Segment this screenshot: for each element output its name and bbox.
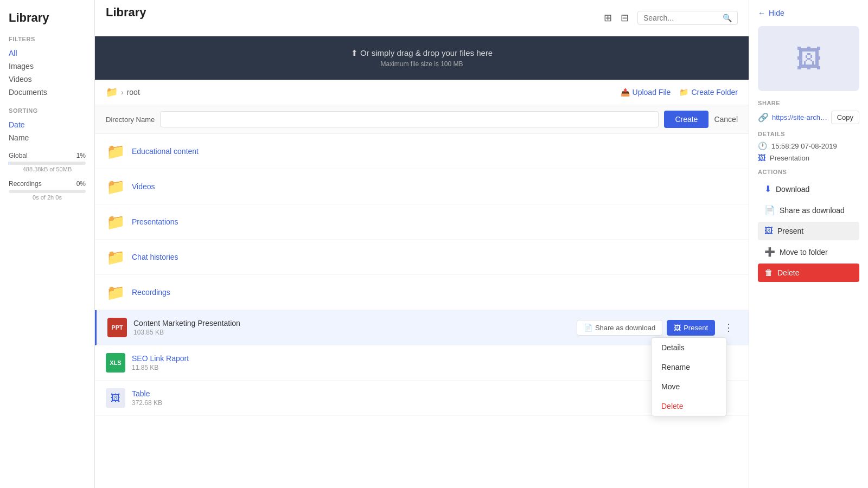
file-item-ppt[interactable]: PPT Content Marketing Presentation 103.8…: [95, 310, 749, 345]
action-download[interactable]: ⬇ Download: [758, 179, 859, 198]
search-wrapper: 🔍: [637, 11, 738, 25]
file-size-ppt: 103.85 KB: [133, 329, 577, 336]
arrow-left-icon: ←: [758, 9, 765, 17]
create-folder-row: Directory Name Create Cancel: [95, 105, 749, 134]
present-button[interactable]: 🖼 Present: [667, 320, 715, 336]
filter-documents[interactable]: Documents: [9, 86, 86, 99]
directory-name-input[interactable]: [160, 111, 659, 127]
clock-icon: 🕐: [758, 142, 767, 150]
home-icon: 📁: [106, 86, 118, 98]
folder-item-chat[interactable]: 📁 Chat histories: [95, 240, 749, 275]
detail-type-row: 🖼 Presentation: [758, 153, 859, 162]
global-progress-bg: [9, 162, 86, 165]
folder-item-educational[interactable]: 📁 Educational content: [95, 134, 749, 169]
present-panel-icon: 🖼: [764, 226, 773, 236]
filter-all[interactable]: All: [9, 47, 86, 60]
detail-type: Presentation: [770, 154, 809, 162]
share-as-download-button[interactable]: 📄 Share as download: [577, 320, 662, 336]
file-icon-table: 🖼: [106, 388, 125, 408]
share-section-label: SHARE: [758, 100, 859, 106]
file-size-table: 372.68 KB: [132, 399, 738, 407]
action-delete[interactable]: 🗑 Delete: [758, 264, 859, 282]
image-icon: 🖼: [758, 153, 765, 162]
file-icon-ppt: PPT: [107, 318, 127, 337]
folder-icon-educational: 📁: [106, 142, 125, 161]
folder-item-recordings[interactable]: 📁 Recordings: [95, 275, 749, 310]
recordings-progress-bg: [9, 190, 86, 193]
context-menu: Details Rename Move Delete: [651, 337, 727, 416]
preview-icon: 🖼: [796, 44, 822, 74]
global-usage-label: Global 1%: [9, 152, 86, 159]
action-present[interactable]: 🖼 Present: [758, 222, 859, 240]
sort-name[interactable]: Name: [9, 131, 86, 144]
detail-date: 15:58:29 07-08-2019: [771, 142, 837, 150]
file-browser: 📁 › root 📤 Upload File 📁 Create Folder D…: [95, 80, 749, 488]
folder-item-videos[interactable]: 📁 Videos: [95, 169, 749, 204]
folder-name-recordings: Recordings: [132, 288, 738, 297]
dropzone-main-text: ⬆ Or simply drag & drop your files here: [107, 48, 737, 58]
action-move-to-folder[interactable]: ➕ Move to folder: [758, 242, 859, 261]
grid-view-button[interactable]: ⊟: [618, 10, 631, 26]
share-row: 🔗 https://site-archie... Copy: [758, 111, 859, 124]
context-move[interactable]: Move: [652, 377, 726, 396]
context-rename[interactable]: Rename: [652, 357, 726, 377]
recordings-usage-sub: 0s of 2h 0s: [9, 194, 86, 201]
folder-icon-chat: 📁: [106, 247, 125, 267]
detail-date-row: 🕐 15:58:29 07-08-2019: [758, 142, 859, 150]
folder-name-videos: Videos: [132, 182, 738, 191]
folder-name-educational: Educational content: [132, 147, 738, 156]
create-folder-button[interactable]: 📁 Create Folder: [679, 88, 738, 97]
folder-item-presentations[interactable]: 📁 Presentations: [95, 204, 749, 240]
delete-icon: 🗑: [764, 268, 773, 278]
file-size-xlsx: 11.85 KB: [132, 364, 738, 371]
folder-add-icon: 📁: [679, 88, 688, 97]
page-title: Library: [106, 5, 146, 20]
context-delete[interactable]: Delete: [652, 396, 726, 416]
actions-section-label: ACTIONS: [758, 169, 859, 175]
folder-icon-presentations: 📁: [106, 212, 125, 232]
breadcrumb-separator: ›: [121, 88, 124, 97]
create-button[interactable]: Create: [664, 111, 709, 128]
directory-name-label: Directory Name: [106, 115, 155, 124]
link-icon: 🔗: [758, 112, 769, 123]
file-name-xlsx: SEO Link Raport: [132, 354, 738, 363]
sorting-label: SORTING: [9, 107, 86, 114]
global-usage-sub: 488.38kB of 50MB: [9, 166, 86, 172]
breadcrumb: 📁 › root: [106, 86, 140, 98]
filter-images[interactable]: Images: [9, 60, 86, 73]
details-section-label: DETAILS: [758, 131, 859, 137]
file-preview: 🖼: [758, 26, 859, 91]
copy-button[interactable]: Copy: [831, 111, 859, 124]
download-icon: ⬇: [764, 184, 771, 194]
folder-list: 📁 Educational content 📁 Videos 📁: [95, 134, 749, 416]
topbar: Library ⊞ ⊟ 🔍: [95, 0, 749, 36]
action-share-download[interactable]: 📄 Share as download: [758, 201, 859, 220]
search-input[interactable]: [643, 14, 719, 22]
toolbar-right: 📤 Upload File 📁 Create Folder: [621, 88, 738, 97]
breadcrumb-root: root: [127, 88, 140, 97]
breadcrumb-row: 📁 › root 📤 Upload File 📁 Create Folder: [95, 80, 749, 105]
recordings-usage-label: Recordings 0%: [9, 180, 86, 188]
folder-name-presentations: Presentations: [132, 217, 738, 226]
file-name-table: Table: [132, 389, 738, 398]
sort-date[interactable]: Date: [9, 118, 86, 131]
hide-panel-button[interactable]: ← Hide: [758, 9, 859, 17]
filters-label: FILTERS: [9, 36, 86, 42]
topbar-left: Library: [106, 5, 146, 30]
upload-icon: ⬆: [351, 48, 358, 57]
more-options-button[interactable]: ⋮: [719, 319, 738, 336]
list-view-button[interactable]: ⊞: [602, 10, 614, 26]
app-title: Library: [9, 11, 86, 25]
share-link: https://site-archie...: [772, 113, 828, 121]
filter-videos[interactable]: Videos: [9, 73, 86, 86]
present-icon: 🖼: [674, 324, 681, 332]
dropzone[interactable]: ⬆ Or simply drag & drop your files here …: [95, 36, 749, 80]
file-actions-ppt: 📄 Share as download 🖼 Present ⋮: [577, 319, 738, 336]
folder-name-chat: Chat histories: [132, 253, 738, 261]
context-details[interactable]: Details: [652, 338, 726, 357]
cancel-button[interactable]: Cancel: [714, 115, 738, 124]
global-progress-fill: [9, 162, 9, 165]
upload-file-button[interactable]: 📤 Upload File: [621, 88, 671, 97]
file-name-ppt: Content Marketing Presentation: [133, 319, 577, 328]
share-download-icon: 📄: [764, 205, 775, 215]
